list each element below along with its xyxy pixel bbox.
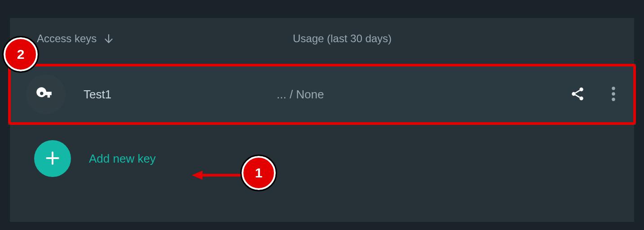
header-usage-label: Usage (last 30 days) xyxy=(293,32,392,44)
column-headers: Access keys Usage (last 30 days) xyxy=(10,31,634,47)
annotation-marker-1-label: 1 xyxy=(255,165,263,181)
add-key-button[interactable] xyxy=(34,140,71,177)
key-icon xyxy=(36,84,56,105)
annotation-arrow xyxy=(192,170,246,182)
svg-marker-10 xyxy=(192,171,203,180)
more-options-button[interactable] xyxy=(604,85,622,103)
more-vertical-icon xyxy=(612,87,615,102)
header-usage: Usage (last 30 days) xyxy=(293,32,634,45)
access-keys-panel: Access keys Usage (last 30 days) Test1 xyxy=(10,18,634,222)
header-access-keys-label: Access keys xyxy=(37,32,97,45)
svg-point-4 xyxy=(612,87,615,90)
share-button[interactable] xyxy=(569,85,587,103)
svg-point-5 xyxy=(612,92,615,95)
annotation-marker-1: 1 xyxy=(242,156,276,190)
key-avatar xyxy=(26,75,66,114)
plus-icon xyxy=(44,150,61,168)
svg-point-6 xyxy=(612,97,615,101)
add-key-row[interactable]: Add new key xyxy=(10,138,634,179)
svg-point-1 xyxy=(579,87,583,91)
key-row-actions xyxy=(569,85,622,103)
share-icon xyxy=(570,86,585,103)
annotation-marker-2-label: 2 xyxy=(17,47,25,62)
arrow-down-icon xyxy=(103,33,115,44)
annotation-marker-2: 2 xyxy=(4,37,38,71)
header-access-keys[interactable]: Access keys xyxy=(37,32,293,45)
key-row-highlighted: Test1 ... / None xyxy=(8,64,636,125)
svg-point-3 xyxy=(579,96,583,100)
svg-point-2 xyxy=(572,92,576,96)
key-usage-value: ... / None xyxy=(277,88,569,102)
add-key-label[interactable]: Add new key xyxy=(89,152,156,166)
key-row[interactable]: Test1 ... / None xyxy=(8,64,636,125)
key-name: Test1 xyxy=(84,88,277,102)
